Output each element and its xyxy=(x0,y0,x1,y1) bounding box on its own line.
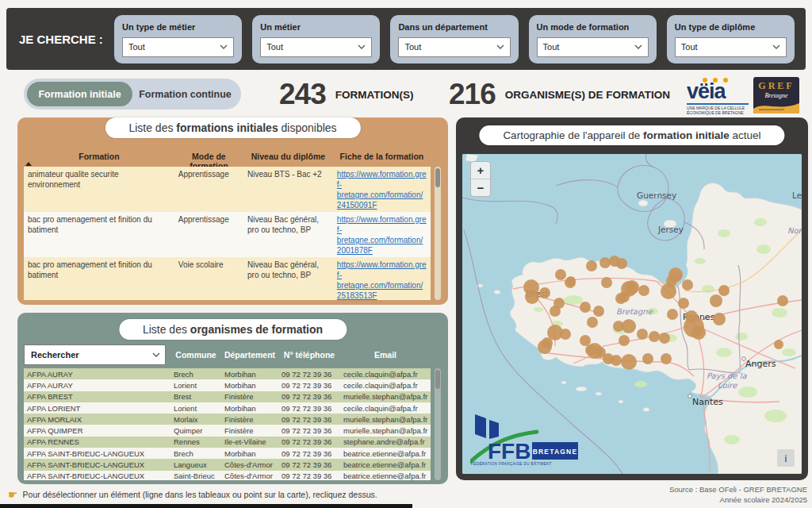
organisme-telephone-cell: 09 72 72 39 36 xyxy=(278,471,340,480)
map-point[interactable] xyxy=(538,340,552,354)
map-point[interactable] xyxy=(586,260,597,271)
map-point[interactable] xyxy=(619,291,630,302)
organisme-row[interactable]: AFPA AURAY Lorient Morbihan 09 72 72 39 … xyxy=(24,379,431,391)
map-title-suffix: actuel xyxy=(730,129,761,141)
zoom-in-button[interactable]: + xyxy=(471,162,490,179)
map-point[interactable] xyxy=(661,353,672,364)
chevron-down-icon xyxy=(220,44,228,49)
organisme-row[interactable]: AFPA RENNES Rennes Ile-et-Vilaine 09 72 … xyxy=(24,437,431,448)
column-header-telephone[interactable]: N° téléphone xyxy=(278,350,340,360)
map-point[interactable] xyxy=(777,295,788,306)
organisme-email-cell: cecile.claquin@afpa.fr xyxy=(340,381,431,390)
map-point[interactable] xyxy=(599,257,611,268)
map-point[interactable] xyxy=(649,331,660,342)
organisme-row[interactable]: AFPA QUIMPER Quimper Finistère 09 72 72 … xyxy=(24,425,431,436)
organisme-row[interactable]: AFPA MORLAIX Morlaix Finistère 09 72 72 … xyxy=(24,414,431,425)
map-label: Loire xyxy=(718,381,737,390)
map-point[interactable] xyxy=(555,269,566,280)
filter-dropdown[interactable]: Tout xyxy=(122,37,234,57)
map-point[interactable] xyxy=(682,279,693,291)
gref-logo-subtitle: Bretagne xyxy=(753,92,799,99)
map-point[interactable] xyxy=(525,290,539,304)
column-header-email[interactable]: Email xyxy=(340,350,431,360)
map-point[interactable] xyxy=(539,287,550,298)
map-point[interactable] xyxy=(621,354,637,370)
kpi-organismes-value: 216 xyxy=(449,78,496,111)
map-label: Le Havre xyxy=(792,190,802,200)
map-point[interactable] xyxy=(637,329,648,340)
tab[interactable]: Formation continue xyxy=(132,82,238,106)
filter-dropdown[interactable]: Tout xyxy=(537,37,649,57)
map-point[interactable] xyxy=(601,277,612,288)
formations-scrollbar-thumb[interactable] xyxy=(435,168,440,187)
map-point[interactable] xyxy=(691,325,706,340)
organisme-row[interactable]: AFPA SAINT-BRIEUC-LANGUEUX Brech Morbiha… xyxy=(24,448,431,459)
map-point[interactable] xyxy=(638,285,649,296)
map-info-button[interactable]: i xyxy=(777,449,795,467)
map-label: Jersey xyxy=(657,225,684,234)
map-point[interactable] xyxy=(566,276,576,286)
map-point[interactable] xyxy=(642,353,653,364)
map-point[interactable] xyxy=(550,306,561,317)
filter-dropdown[interactable]: Tout xyxy=(398,37,510,57)
organisme-row[interactable]: AFPA AURAY Brech Morbihan 09 72 72 39 36… xyxy=(24,368,431,379)
map-point[interactable] xyxy=(718,285,730,296)
organismes-search-box[interactable] xyxy=(24,344,166,365)
formations-scrollbar[interactable] xyxy=(435,167,441,300)
organismes-search-input[interactable] xyxy=(29,349,152,360)
map-point[interactable] xyxy=(672,272,681,282)
organisme-row[interactable]: AFPA SAINT-BRIEUC-LANGUEUX Saint-Brieuc … xyxy=(24,471,431,480)
organisme-row[interactable]: AFPA LORIENT Lorient Morbihan 09 72 72 3… xyxy=(24,402,431,414)
map-panel: Cartographie de l'appareil de formation … xyxy=(456,117,808,480)
map-point[interactable] xyxy=(593,306,604,317)
map-point[interactable] xyxy=(710,294,722,307)
map-canvas[interactable]: GuernseyJerseyBrestBretagneRennesNantesA… xyxy=(462,154,802,474)
organisme-telephone-cell: 09 72 72 39 36 xyxy=(278,381,340,390)
tab-label: Formation continue xyxy=(139,89,232,100)
formations-table: animateur qualite securite environnement… xyxy=(24,167,431,300)
organismes-column-headers: Commune Département N° téléphone Email xyxy=(24,344,431,365)
organisme-row[interactable]: AFPA SAINT-BRIEUC-LANGUEUX Langueux Côte… xyxy=(24,459,431,470)
formation-row[interactable]: animateur qualite securite environnement… xyxy=(24,167,431,212)
map-point[interactable] xyxy=(613,321,624,332)
map-point[interactable] xyxy=(616,258,627,269)
organismes-scrollbar[interactable] xyxy=(435,368,441,480)
map-point[interactable] xyxy=(774,340,783,349)
map-point[interactable] xyxy=(667,309,678,320)
organisme-nom-cell: AFPA QUIMPER xyxy=(24,426,170,435)
kpi-formations-label: FORMATION(S) xyxy=(335,89,414,101)
filter-dropdown[interactable]: Tout xyxy=(260,37,372,57)
organisme-row[interactable]: AFPA BREST Brest Finistère 09 72 72 39 3… xyxy=(24,391,431,402)
formation-fiche-cell: https://www.formation.gref-bretagne.com/… xyxy=(333,212,431,257)
chevron-down-icon xyxy=(496,44,504,49)
organisme-nom-cell: AFPA BREST xyxy=(24,392,170,401)
organisme-commune-cell: Langueux xyxy=(170,460,221,469)
map-point[interactable] xyxy=(713,313,726,325)
map-point[interactable] xyxy=(580,302,591,313)
formation-fiche-cell: https://www.formation.gref-bretagne.com/… xyxy=(333,167,431,212)
map-point[interactable] xyxy=(560,329,571,340)
filter-group: Un type de métier Tout Un métier Tout Da… xyxy=(114,15,795,64)
formation-row[interactable]: bac pro amenagement et finition du batim… xyxy=(24,257,431,300)
column-header-commune[interactable]: Commune xyxy=(170,350,221,360)
filter-card: Un mode de formation Tout xyxy=(529,15,657,64)
organisme-departement-cell: Ile-et-Vilaine xyxy=(221,437,278,446)
map-point[interactable] xyxy=(619,335,630,346)
formation-link[interactable]: https://www.formation.gref-bretagne.com/… xyxy=(337,260,427,300)
map-point[interactable] xyxy=(587,343,603,359)
formation-row[interactable]: bac pro amenagement et finition du batim… xyxy=(24,212,431,257)
map-point[interactable] xyxy=(678,298,689,309)
map-point[interactable] xyxy=(659,333,670,344)
zoom-out-button[interactable]: − xyxy=(471,179,490,196)
map-point[interactable] xyxy=(587,317,598,328)
map-point[interactable] xyxy=(580,335,591,346)
organismes-scrollbar-thumb[interactable] xyxy=(435,370,440,389)
map-title-bold: formation initiale xyxy=(643,129,730,141)
map-point[interactable] xyxy=(611,355,622,366)
column-header-departement[interactable]: Département xyxy=(221,350,278,360)
filter-dropdown[interactable]: Tout xyxy=(675,37,787,57)
tab[interactable]: Formation initiale xyxy=(27,82,132,106)
ffb-bretagne-logo: FFB BRETAGNE FÉDÉRATION FRANÇAISE DU BÂT… xyxy=(470,414,583,466)
formation-link[interactable]: https://www.formation.gref-bretagne.com/… xyxy=(337,170,427,210)
formation-link[interactable]: https://www.formation.gref-bretagne.com/… xyxy=(337,215,427,255)
